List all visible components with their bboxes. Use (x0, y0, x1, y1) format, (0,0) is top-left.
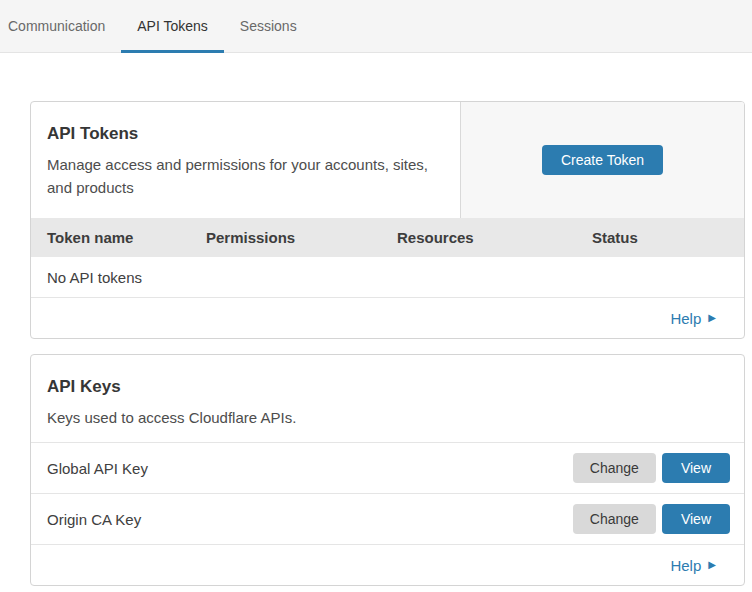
api-tokens-action-panel: Create Token (460, 102, 744, 218)
api-tokens-card-footer: Help ▶ (31, 298, 744, 338)
api-keys-card-footer: Help ▶ (31, 545, 744, 585)
help-arrow-icon: ▶ (708, 313, 716, 323)
create-token-button[interactable]: Create Token (542, 145, 663, 175)
help-link-label: Help (670, 310, 701, 327)
api-keys-card: API Keys Keys used to access Cloudflare … (30, 354, 745, 586)
column-header-resources: Resources (397, 229, 592, 246)
api-keys-card-header: API Keys Keys used to access Cloudflare … (31, 355, 744, 443)
token-table-header: Token name Permissions Resources Status (31, 218, 744, 257)
page-content: API Tokens Manage access and permissions… (0, 53, 752, 586)
view-origin-ca-key-button[interactable]: View (662, 504, 730, 534)
column-header-status: Status (592, 229, 744, 246)
change-origin-ca-key-button[interactable]: Change (573, 504, 656, 534)
help-arrow-icon: ▶ (708, 560, 716, 570)
api-keys-help-link[interactable]: Help ▶ (670, 557, 716, 574)
tab-sessions[interactable]: Sessions (224, 0, 313, 52)
api-tokens-help-link[interactable]: Help ▶ (670, 310, 716, 327)
profile-tab-bar: Communication API Tokens Sessions (0, 0, 752, 53)
column-header-permissions: Permissions (206, 229, 397, 246)
api-key-name: Global API Key (47, 460, 573, 477)
api-tokens-description: Manage access and permissions for your a… (47, 153, 432, 200)
api-key-row-origin-ca: Origin CA Key Change View (31, 494, 744, 545)
help-link-label: Help (670, 557, 701, 574)
column-header-token-name: Token name (47, 229, 206, 246)
api-tokens-card-header: API Tokens Manage access and permissions… (31, 102, 744, 218)
api-tokens-header-text: API Tokens Manage access and permissions… (31, 102, 460, 218)
api-tokens-card: API Tokens Manage access and permissions… (30, 101, 745, 339)
tab-communication[interactable]: Communication (0, 0, 121, 52)
change-global-api-key-button[interactable]: Change (573, 453, 656, 483)
api-keys-description: Keys used to access Cloudflare APIs. (47, 406, 432, 429)
tab-api-tokens[interactable]: API Tokens (121, 0, 224, 52)
api-key-row-global: Global API Key Change View (31, 443, 744, 494)
view-global-api-key-button[interactable]: View (662, 453, 730, 483)
api-key-name: Origin CA Key (47, 511, 573, 528)
empty-state-message: No API tokens (47, 269, 142, 286)
token-table-empty-row: No API tokens (31, 257, 744, 298)
api-tokens-title: API Tokens (47, 124, 444, 144)
api-keys-title: API Keys (47, 377, 728, 397)
